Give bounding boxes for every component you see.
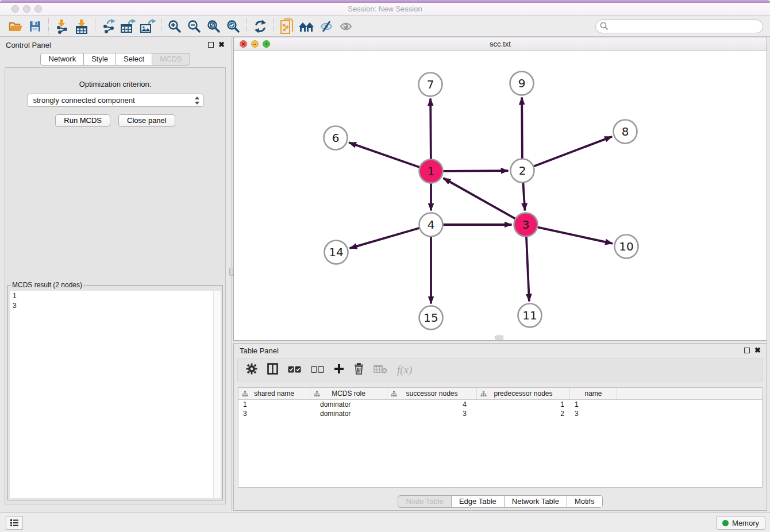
- run-mcds-button[interactable]: Run MCDS: [55, 114, 110, 127]
- tab-motifs[interactable]: Motifs: [567, 495, 603, 508]
- float-table-panel-icon[interactable]: [744, 348, 750, 353]
- table-cell[interactable]: 1: [477, 400, 570, 409]
- network-maximize-icon[interactable]: +: [263, 40, 270, 48]
- graph-node-2[interactable]: 2: [511, 159, 534, 183]
- close-table-panel-icon[interactable]: ✖: [754, 348, 761, 353]
- float-panel-icon[interactable]: [208, 42, 214, 48]
- tab-select[interactable]: Select: [116, 53, 152, 65]
- edge-1-7[interactable]: [430, 98, 431, 159]
- tab-node-table[interactable]: Node Table: [398, 495, 452, 508]
- edge-2-9[interactable]: [522, 97, 522, 159]
- memory-status-icon: [722, 520, 729, 526]
- gear-icon[interactable]: [246, 363, 257, 377]
- node-table[interactable]: shared nameMCDS rolesuccessor nodesprede…: [238, 387, 763, 488]
- add-column-icon[interactable]: [334, 364, 344, 376]
- edge-3-1[interactable]: [443, 178, 515, 219]
- tab-edge-table[interactable]: Edge Table: [452, 495, 505, 508]
- first-neighbors-icon[interactable]: [278, 17, 297, 36]
- column-header-successor-nodes[interactable]: successor nodes: [387, 388, 477, 399]
- zoom-selected-icon[interactable]: [224, 17, 243, 36]
- network-graph[interactable]: 7968124314101511: [234, 52, 767, 340]
- graph-node-15[interactable]: 15: [419, 306, 443, 330]
- table-cell[interactable]: 3: [238, 409, 310, 418]
- graph-node-14[interactable]: 14: [325, 241, 348, 264]
- sort-hierarchy-icon: [242, 391, 248, 397]
- list-icon: [10, 519, 19, 527]
- tab-network-table[interactable]: Network Table: [505, 495, 567, 508]
- graph-node-8[interactable]: 8: [614, 120, 637, 144]
- network-minimize-icon[interactable]: −: [251, 40, 259, 48]
- node-label: 15: [424, 311, 438, 325]
- graph-node-4[interactable]: 4: [419, 213, 443, 237]
- function-builder-icon: f(x): [397, 364, 412, 376]
- graph-node-11[interactable]: 11: [518, 304, 542, 327]
- zoom-in-icon[interactable]: [165, 17, 184, 36]
- search-icon: [600, 22, 609, 30]
- edge-1-2[interactable]: [442, 171, 508, 171]
- column-header-shared-name[interactable]: shared name: [238, 388, 310, 399]
- edge-3-11[interactable]: [526, 236, 529, 301]
- edge-2-3[interactable]: [523, 182, 525, 210]
- table-cell[interactable]: 1: [570, 400, 617, 409]
- network-canvas[interactable]: 7968124314101511: [234, 52, 767, 340]
- save-icon[interactable]: [25, 17, 45, 36]
- table-cell[interactable]: dominator: [310, 400, 387, 409]
- network-close-icon[interactable]: ✕: [240, 40, 247, 48]
- zoom-fit-icon[interactable]: [204, 17, 224, 36]
- graph-node-9[interactable]: 9: [510, 72, 534, 95]
- show-all-icon[interactable]: [336, 17, 356, 36]
- graph-node-3[interactable]: 3: [514, 213, 538, 237]
- table-cell[interactable]: 3: [387, 409, 477, 418]
- graph-node-7[interactable]: 7: [419, 73, 442, 97]
- graph-node-10[interactable]: 10: [615, 235, 638, 259]
- hide-selected-icon[interactable]: [317, 17, 336, 36]
- task-history-button[interactable]: [6, 516, 23, 530]
- search-input[interactable]: [609, 21, 759, 31]
- trash-icon[interactable]: [354, 363, 364, 377]
- edge-3-10[interactable]: [537, 227, 613, 243]
- refresh-icon[interactable]: [251, 17, 270, 36]
- table-row[interactable]: 3dominator323: [238, 409, 762, 418]
- export-image-icon[interactable]: [138, 17, 157, 36]
- result-scrollbar[interactable]: [213, 291, 221, 498]
- table-cell[interactable]: 3: [570, 409, 617, 418]
- column-header-name[interactable]: name: [570, 388, 617, 399]
- columns-icon[interactable]: [267, 363, 278, 377]
- mcds-result-group: MCDS result (2 nodes) 1 3: [7, 281, 223, 500]
- edge-1-6[interactable]: [349, 142, 420, 167]
- zoom-out-icon[interactable]: [184, 17, 204, 36]
- export-table-icon[interactable]: [118, 17, 138, 36]
- memory-button[interactable]: Memory: [716, 516, 765, 530]
- open-folder-icon[interactable]: [6, 17, 25, 36]
- table-cell[interactable]: 2: [477, 409, 570, 418]
- tab-style[interactable]: Style: [84, 53, 116, 65]
- deselect-checks-icon[interactable]: [311, 365, 324, 375]
- import-table-icon[interactable]: [72, 17, 91, 36]
- graph-node-6[interactable]: 6: [324, 126, 348, 150]
- tab-network[interactable]: Network: [40, 53, 84, 65]
- column-header-predecessor-nodes[interactable]: predecessor nodes: [477, 388, 570, 399]
- search-box[interactable]: [595, 20, 763, 33]
- tab-mcds[interactable]: MCDS: [152, 53, 190, 65]
- select-stepper-icon: [194, 96, 200, 105]
- edge-4-14[interactable]: [350, 228, 420, 248]
- edge-2-8[interactable]: [533, 137, 612, 167]
- table-cell[interactable]: 1: [238, 400, 310, 409]
- canvas-grip-icon[interactable]: [495, 336, 503, 340]
- close-panel-icon[interactable]: ✖: [218, 42, 225, 48]
- control-panel-tabs: NetworkStyleSelectMCDS: [0, 53, 230, 65]
- import-network-icon[interactable]: [52, 17, 72, 36]
- window-titlebar: Session: New Session: [0, 3, 770, 16]
- graph-node-1[interactable]: 1: [419, 160, 443, 183]
- criterion-select[interactable]: strongly connected component: [27, 94, 204, 107]
- home-views-icon[interactable]: [297, 17, 317, 36]
- select-all-checks-icon[interactable]: [288, 365, 301, 375]
- control-panel: Control Panel ✖ NetworkStyleSelectMCDS O…: [0, 37, 230, 511]
- column-header-MCDS-role[interactable]: MCDS role: [310, 388, 387, 399]
- close-panel-button[interactable]: Close panel: [118, 114, 175, 127]
- table-cell[interactable]: dominator: [310, 409, 387, 418]
- export-network-icon[interactable]: [99, 17, 118, 36]
- table-row[interactable]: 1dominator411: [238, 400, 762, 409]
- network-window-titlebar[interactable]: ✕ − + scc.txt: [234, 37, 767, 51]
- table-cell[interactable]: 4: [387, 400, 477, 409]
